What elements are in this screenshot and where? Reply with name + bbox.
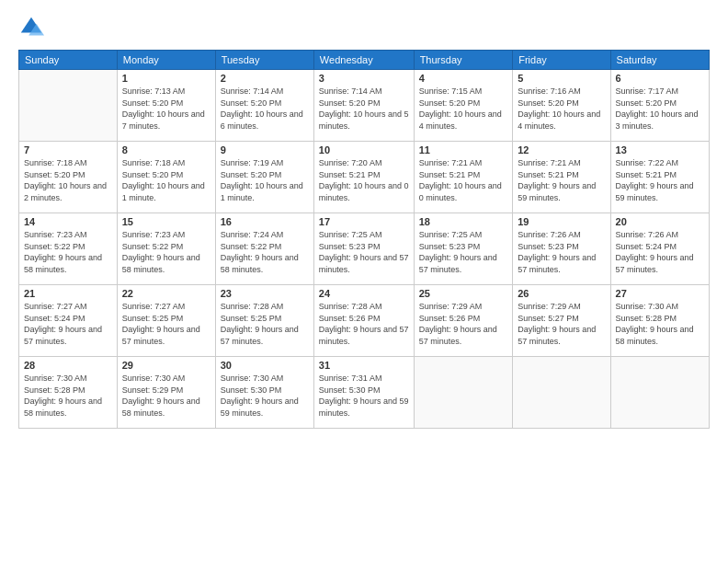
day-info: Sunrise: 7:23 AMSunset: 5:22 PMDaylight:… [122, 229, 210, 275]
day-info: Sunrise: 7:19 AMSunset: 5:20 PMDaylight:… [221, 157, 309, 203]
calendar-cell: 24Sunrise: 7:28 AMSunset: 5:26 PMDayligh… [313, 285, 414, 357]
calendar-cell: 26Sunrise: 7:29 AMSunset: 5:27 PMDayligh… [513, 285, 610, 357]
calendar-week-row: 14Sunrise: 7:23 AMSunset: 5:22 PMDayligh… [19, 213, 710, 285]
weekday-header: Thursday [414, 51, 513, 70]
day-number: 20 [616, 216, 704, 227]
day-number: 31 [319, 360, 409, 371]
logo-icon [18, 15, 44, 40]
weekday-header: Monday [117, 51, 215, 70]
day-info: Sunrise: 7:21 AMSunset: 5:21 PMDaylight:… [419, 157, 508, 203]
day-number: 11 [419, 144, 508, 155]
day-number: 29 [122, 360, 210, 371]
day-number: 1 [122, 73, 210, 84]
day-number: 8 [122, 144, 210, 155]
day-number: 13 [616, 144, 704, 155]
logo [18, 15, 48, 40]
day-info: Sunrise: 7:15 AMSunset: 5:20 PMDaylight:… [419, 86, 508, 132]
day-info: Sunrise: 7:26 AMSunset: 5:23 PMDaylight:… [518, 229, 605, 275]
calendar-cell [610, 357, 709, 429]
day-info: Sunrise: 7:13 AMSunset: 5:20 PMDaylight:… [122, 86, 210, 132]
day-info: Sunrise: 7:18 AMSunset: 5:20 PMDaylight:… [122, 157, 210, 203]
calendar-cell: 4Sunrise: 7:15 AMSunset: 5:20 PMDaylight… [414, 70, 513, 142]
day-number: 25 [419, 288, 508, 299]
calendar-cell: 13Sunrise: 7:22 AMSunset: 5:21 PMDayligh… [610, 142, 709, 213]
calendar-cell: 18Sunrise: 7:25 AMSunset: 5:23 PMDayligh… [414, 213, 513, 285]
weekday-header: Saturday [610, 51, 709, 70]
calendar-cell [19, 70, 118, 142]
calendar-cell: 20Sunrise: 7:26 AMSunset: 5:24 PMDayligh… [610, 213, 709, 285]
day-number: 16 [221, 216, 309, 227]
day-info: Sunrise: 7:27 AMSunset: 5:24 PMDaylight:… [24, 301, 112, 347]
day-info: Sunrise: 7:25 AMSunset: 5:23 PMDaylight:… [319, 229, 409, 275]
day-number: 21 [24, 288, 112, 299]
day-number: 6 [616, 73, 704, 84]
day-info: Sunrise: 7:22 AMSunset: 5:21 PMDaylight:… [616, 157, 704, 203]
calendar-header: SundayMondayTuesdayWednesdayThursdayFrid… [19, 51, 710, 70]
day-info: Sunrise: 7:31 AMSunset: 5:30 PMDaylight:… [319, 373, 409, 419]
calendar-cell: 22Sunrise: 7:27 AMSunset: 5:25 PMDayligh… [117, 285, 215, 357]
calendar-cell: 30Sunrise: 7:30 AMSunset: 5:30 PMDayligh… [215, 357, 313, 429]
day-number: 27 [616, 288, 704, 299]
weekday-header: Wednesday [313, 51, 414, 70]
day-info: Sunrise: 7:30 AMSunset: 5:29 PMDaylight:… [122, 373, 210, 419]
calendar-cell: 19Sunrise: 7:26 AMSunset: 5:23 PMDayligh… [513, 213, 610, 285]
calendar-cell: 29Sunrise: 7:30 AMSunset: 5:29 PMDayligh… [117, 357, 215, 429]
calendar-cell: 21Sunrise: 7:27 AMSunset: 5:24 PMDayligh… [19, 285, 118, 357]
day-info: Sunrise: 7:30 AMSunset: 5:28 PMDaylight:… [24, 373, 112, 419]
day-info: Sunrise: 7:27 AMSunset: 5:25 PMDaylight:… [122, 301, 210, 347]
day-number: 23 [221, 288, 309, 299]
day-number: 30 [221, 360, 309, 371]
day-info: Sunrise: 7:23 AMSunset: 5:22 PMDaylight:… [24, 229, 112, 275]
calendar-cell [513, 357, 610, 429]
day-number: 9 [221, 144, 309, 155]
day-info: Sunrise: 7:29 AMSunset: 5:27 PMDaylight:… [518, 301, 605, 347]
calendar-cell: 6Sunrise: 7:17 AMSunset: 5:20 PMDaylight… [610, 70, 709, 142]
day-number: 2 [221, 73, 309, 84]
day-info: Sunrise: 7:28 AMSunset: 5:25 PMDaylight:… [221, 301, 309, 347]
calendar-week-row: 21Sunrise: 7:27 AMSunset: 5:24 PMDayligh… [19, 285, 710, 357]
calendar-cell: 8Sunrise: 7:18 AMSunset: 5:20 PMDaylight… [117, 142, 215, 213]
calendar-cell: 16Sunrise: 7:24 AMSunset: 5:22 PMDayligh… [215, 213, 313, 285]
calendar-week-row: 1Sunrise: 7:13 AMSunset: 5:20 PMDaylight… [19, 70, 710, 142]
day-number: 14 [24, 216, 112, 227]
day-number: 4 [419, 73, 508, 84]
day-info: Sunrise: 7:24 AMSunset: 5:22 PMDaylight:… [221, 229, 309, 275]
calendar-cell: 7Sunrise: 7:18 AMSunset: 5:20 PMDaylight… [19, 142, 118, 213]
day-info: Sunrise: 7:20 AMSunset: 5:21 PMDaylight:… [319, 157, 409, 203]
weekday-header: Friday [513, 51, 610, 70]
calendar-cell: 27Sunrise: 7:30 AMSunset: 5:28 PMDayligh… [610, 285, 709, 357]
calendar-week-row: 7Sunrise: 7:18 AMSunset: 5:20 PMDaylight… [19, 142, 710, 213]
day-info: Sunrise: 7:28 AMSunset: 5:26 PMDaylight:… [319, 301, 409, 347]
day-info: Sunrise: 7:25 AMSunset: 5:23 PMDaylight:… [419, 229, 508, 275]
day-number: 15 [122, 216, 210, 227]
day-number: 28 [24, 360, 112, 371]
day-number: 24 [319, 288, 409, 299]
day-number: 7 [24, 144, 112, 155]
calendar-cell: 1Sunrise: 7:13 AMSunset: 5:20 PMDaylight… [117, 70, 215, 142]
weekday-row: SundayMondayTuesdayWednesdayThursdayFrid… [19, 51, 710, 70]
calendar-cell: 12Sunrise: 7:21 AMSunset: 5:21 PMDayligh… [513, 142, 610, 213]
day-number: 18 [419, 216, 508, 227]
day-number: 17 [319, 216, 409, 227]
calendar-cell: 14Sunrise: 7:23 AMSunset: 5:22 PMDayligh… [19, 213, 118, 285]
day-info: Sunrise: 7:18 AMSunset: 5:20 PMDaylight:… [24, 157, 112, 203]
calendar-cell: 17Sunrise: 7:25 AMSunset: 5:23 PMDayligh… [313, 213, 414, 285]
weekday-header: Sunday [19, 51, 118, 70]
calendar-cell: 11Sunrise: 7:21 AMSunset: 5:21 PMDayligh… [414, 142, 513, 213]
day-number: 26 [518, 288, 605, 299]
day-info: Sunrise: 7:14 AMSunset: 5:20 PMDaylight:… [221, 86, 309, 132]
day-info: Sunrise: 7:26 AMSunset: 5:24 PMDaylight:… [616, 229, 704, 275]
calendar-cell: 25Sunrise: 7:29 AMSunset: 5:26 PMDayligh… [414, 285, 513, 357]
header [18, 15, 710, 40]
calendar-cell: 3Sunrise: 7:14 AMSunset: 5:20 PMDaylight… [313, 70, 414, 142]
calendar-cell: 15Sunrise: 7:23 AMSunset: 5:22 PMDayligh… [117, 213, 215, 285]
calendar-cell: 10Sunrise: 7:20 AMSunset: 5:21 PMDayligh… [313, 142, 414, 213]
day-info: Sunrise: 7:16 AMSunset: 5:20 PMDaylight:… [518, 86, 605, 132]
calendar-cell: 9Sunrise: 7:19 AMSunset: 5:20 PMDaylight… [215, 142, 313, 213]
calendar-cell: 28Sunrise: 7:30 AMSunset: 5:28 PMDayligh… [19, 357, 118, 429]
calendar-week-row: 28Sunrise: 7:30 AMSunset: 5:28 PMDayligh… [19, 357, 710, 429]
day-number: 10 [319, 144, 409, 155]
day-info: Sunrise: 7:29 AMSunset: 5:26 PMDaylight:… [419, 301, 508, 347]
day-info: Sunrise: 7:17 AMSunset: 5:20 PMDaylight:… [616, 86, 704, 132]
calendar-cell: 31Sunrise: 7:31 AMSunset: 5:30 PMDayligh… [313, 357, 414, 429]
